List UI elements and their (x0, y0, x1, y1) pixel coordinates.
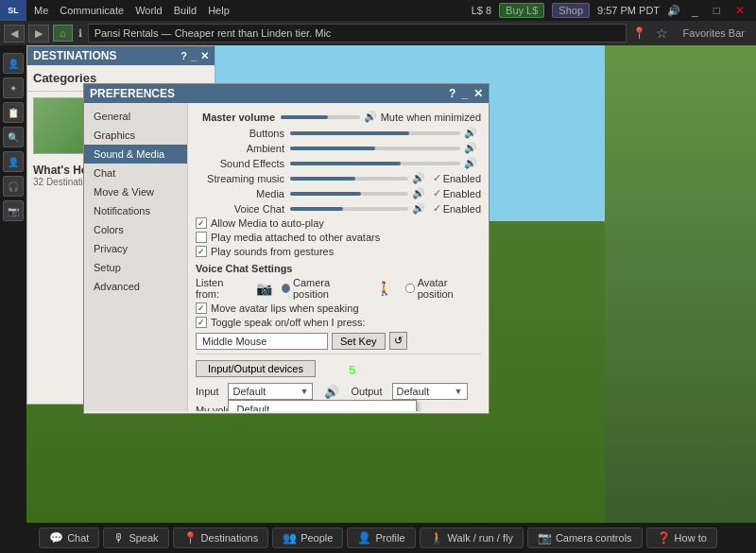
camera-radio[interactable] (282, 284, 290, 293)
voice-chat-settings-header: Voice Chat Settings (196, 263, 481, 274)
profile-taskbar-button[interactable]: 👤 Profile (347, 527, 415, 548)
volume-icon[interactable]: 🔊 (667, 5, 680, 17)
pref-nav-advanced[interactable]: Advanced (84, 277, 187, 296)
move-lips-checkbox[interactable]: ✓ (196, 302, 207, 314)
output-dropdown[interactable]: Default ▼ (392, 383, 468, 400)
minimize-button[interactable]: _ (688, 4, 702, 17)
people-taskbar-button[interactable]: 👥 People (272, 527, 343, 548)
bookmark-icon[interactable]: ☆ (652, 26, 672, 41)
pref-minimize-button[interactable]: _ (461, 87, 468, 100)
voice-chat-slider[interactable] (290, 207, 408, 211)
buy-currency-button[interactable]: Buy L$ (499, 3, 544, 18)
sidebar-icon-7[interactable]: 📷 (3, 200, 24, 221)
avatar-position-option[interactable]: Avatar position (405, 277, 481, 300)
destinations-minimize-button[interactable]: _ (191, 50, 197, 62)
speak-taskbar-button[interactable]: 🎙 Speak (103, 527, 168, 548)
ambient-volume-row: Ambient 🔊 (196, 142, 481, 154)
app-logo: SL (0, 0, 26, 21)
menu-communicate[interactable]: Communicate (60, 5, 124, 16)
avatar-radio[interactable] (405, 284, 414, 293)
streaming-music-slider[interactable] (290, 177, 408, 181)
media-label: Media (196, 188, 290, 199)
sidebar-icon-3[interactable]: 📋 (3, 102, 24, 123)
maximize-button[interactable]: □ (710, 4, 724, 17)
pref-nav-graphics[interactable]: Graphics (84, 126, 187, 145)
camera-position-option[interactable]: Camera position (282, 277, 364, 300)
avatar-icon: 🚶 (376, 281, 392, 296)
menu-me[interactable]: Me (34, 5, 48, 16)
close-window-button[interactable]: ✕ (731, 4, 748, 17)
master-volume-label: Master volume (196, 112, 281, 123)
back-button[interactable]: ◀ (4, 25, 25, 43)
pref-nav-setup[interactable]: Setup (84, 258, 187, 277)
help-taskbar-button[interactable]: ❓ How to (646, 527, 717, 548)
forward-button[interactable]: ▶ (28, 25, 49, 43)
toggle-speak-label: Toggle speak on/off when I press: (211, 317, 366, 328)
chat-taskbar-button[interactable]: 💬 Chat (39, 527, 99, 548)
sidebar-icon-2[interactable]: ✦ (3, 78, 24, 98)
home-button[interactable]: ⌂ (53, 25, 73, 42)
pref-nav-privacy[interactable]: Privacy (84, 239, 187, 258)
sound-effects-speaker-icon[interactable]: 🔊 (464, 157, 477, 169)
pref-help-button[interactable]: ? (449, 87, 455, 100)
sidebar-icon-1[interactable]: 👤 (3, 53, 24, 74)
pref-nav-general[interactable]: General (84, 107, 187, 126)
sound-effects-slider[interactable] (290, 162, 460, 165)
destinations-taskbar-button[interactable]: 📍 Destinations (173, 527, 269, 548)
voice-chat-enabled-label: Enabled (443, 203, 481, 215)
destinations-help-button[interactable]: ? (180, 50, 187, 62)
profile-label: Profile (375, 532, 404, 544)
ambient-slider[interactable] (290, 147, 460, 150)
refresh-button[interactable]: ↺ (389, 332, 407, 350)
sidebar-icon-4[interactable]: 🔍 (3, 127, 24, 147)
camera-taskbar-button[interactable]: 📷 Camera controls (527, 527, 643, 548)
menu-help[interactable]: Help (208, 5, 230, 16)
buttons-speaker-icon[interactable]: 🔊 (464, 127, 477, 139)
preferences-body: General Graphics Sound & Media Chat Move… (84, 103, 489, 411)
pref-close-button[interactable]: ✕ (473, 87, 483, 100)
pref-nav-colors[interactable]: Colors (84, 220, 187, 239)
voice-chat-speaker-icon[interactable]: 🔊 (412, 202, 425, 215)
play-media-checkbox[interactable] (196, 232, 207, 243)
dropdown-item-default[interactable]: Default (229, 401, 416, 411)
media-enabled-label: Enabled (443, 188, 481, 199)
preferences-panel: PREFERENCES ? _ ✕ General Graphics Sound… (83, 83, 490, 414)
master-volume-slider[interactable] (281, 115, 360, 119)
allow-media-checkbox[interactable]: ✓ (196, 217, 207, 229)
media-slider[interactable] (290, 192, 408, 196)
toggle-speak-checkbox[interactable]: ✓ (196, 317, 207, 328)
menu-world[interactable]: World (135, 5, 163, 16)
play-sounds-checkbox[interactable]: ✓ (196, 246, 207, 257)
sidebar-icon-5[interactable]: 👤 (3, 151, 24, 172)
shop-button[interactable]: Shop (552, 3, 590, 18)
sound-effects-fill (290, 162, 401, 165)
pref-nav-move-view[interactable]: Move & View (84, 182, 187, 201)
master-volume-speaker-icon[interactable]: 🔊 (364, 111, 377, 123)
camera-label: Camera controls (556, 532, 632, 544)
walk-taskbar-button[interactable]: 🚶 Walk / run / fly (420, 527, 524, 548)
pref-nav-sound-media[interactable]: Sound & Media (84, 145, 187, 164)
streaming-music-fill (290, 177, 355, 181)
sound-effects-label: Sound Effects (196, 158, 290, 169)
destinations-close-button[interactable]: ✕ (200, 50, 209, 62)
set-key-button[interactable]: Set Key (332, 333, 386, 350)
pref-nav-chat[interactable]: Chat (84, 164, 187, 182)
buttons-slider[interactable] (290, 131, 460, 135)
key-field[interactable] (196, 333, 328, 350)
url-bar[interactable] (88, 24, 627, 43)
pref-nav-notifications[interactable]: Notifications (84, 201, 187, 220)
ambient-speaker-icon[interactable]: 🔊 (464, 142, 477, 154)
sidebar-icon-6[interactable]: 🎧 (3, 176, 24, 197)
play-sounds-row: ✓ Play sounds from gestures (196, 246, 481, 257)
time-display: 9:57 PM PDT (597, 5, 660, 16)
help-label: How to (675, 532, 707, 544)
media-speaker-icon[interactable]: 🔊 (412, 187, 425, 199)
menu-build[interactable]: Build (174, 5, 197, 16)
input-dropdown[interactable]: Default ▼ (228, 383, 313, 400)
sound-effects-row: Sound Effects 🔊 (196, 157, 481, 169)
media-enabled-check: ✓ (433, 187, 441, 199)
streaming-music-speaker-icon[interactable]: 🔊 (412, 172, 425, 184)
input-label: Input (196, 386, 218, 397)
io-section: Input/Output devices Input Default ▼ Def… (196, 354, 481, 411)
io-devices-button[interactable]: Input/Output devices (196, 360, 316, 377)
